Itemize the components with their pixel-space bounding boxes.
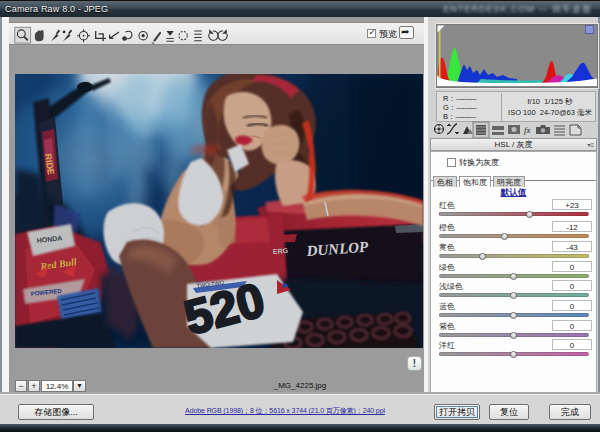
- svg-text:fx: fx: [524, 125, 531, 135]
